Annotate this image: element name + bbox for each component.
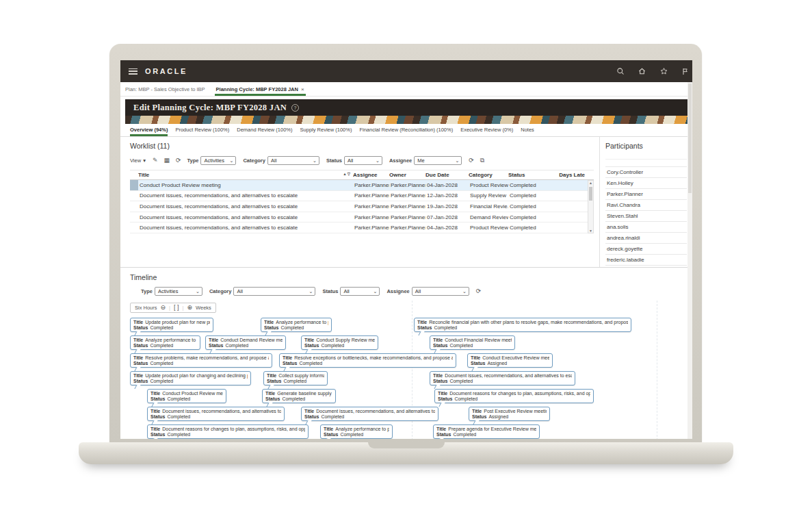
scrollbar-thumb[interactable]	[589, 187, 592, 201]
timeline-card[interactable]: TitleDocument reasons for changes to pla…	[434, 389, 594, 403]
table-row[interactable]: Document issues, recommendations, and al…	[130, 191, 594, 202]
tab-demand-review-100[interactable]: Demand Review (100%)	[237, 127, 292, 136]
participant-item[interactable]: Ravi.Chandra	[605, 200, 687, 211]
timeline-card[interactable]: TitleConduct Financial Review meetingSta…	[430, 335, 515, 350]
tab-overview-94[interactable]: Overview (94%)	[130, 127, 168, 136]
timeline-card[interactable]: TitlePost Executive Review meetingStatus…	[469, 407, 550, 421]
timeline-type-select[interactable]: Activities ⌄	[155, 287, 202, 296]
scroll-down-icon[interactable]: ▼	[589, 229, 592, 233]
card-title-value: Conduct Supply Review meeting	[316, 338, 375, 342]
participant-item[interactable]: ana.solis	[605, 222, 687, 233]
category-select[interactable]: All ⌄	[267, 156, 319, 165]
card-status-value: Completed	[283, 379, 306, 383]
timeline-card[interactable]: TitleAnalyze performance to planStatusCo…	[261, 318, 332, 332]
card-status-line: StatusCompleted	[150, 432, 305, 437]
sort-icons[interactable]: ▲▽	[343, 172, 351, 176]
help-icon[interactable]: ?	[291, 104, 299, 112]
column-header-assignee[interactable]: Assignee	[353, 172, 389, 178]
close-icon[interactable]: ×	[301, 86, 304, 92]
timeline-status-select[interactable]: All ⌄	[340, 287, 380, 296]
timeline-card[interactable]: TitleDocument issues, recommendations, a…	[147, 407, 285, 421]
column-header-due-date[interactable]: Due Date	[425, 172, 469, 178]
refresh-icon[interactable]: ⟳	[469, 157, 474, 164]
participant-item[interactable]: Cory.Controller	[605, 167, 687, 178]
view-menu-button[interactable]: View ▾	[130, 157, 146, 164]
timeline-card[interactable]: TitleReconcile financial plan with other…	[414, 318, 631, 332]
timeline-card[interactable]: TitleGenerate baseline supply planStatus…	[262, 389, 336, 403]
chevron-down-icon: ⌄	[374, 289, 378, 294]
timeline-card[interactable]: TitleConduct Demand Review meetingStatus…	[205, 335, 286, 350]
row-selector-cell[interactable]	[130, 212, 138, 223]
table-scrollbar[interactable]: ▲ ▼	[588, 180, 594, 233]
row-selector-cell[interactable]	[130, 191, 138, 201]
table-row[interactable]: Document issues, recommendations, and al…	[130, 201, 594, 212]
column-header-category[interactable]: Category	[469, 172, 508, 178]
timeline-card[interactable]: TitleAnalyze performance to planStatusCo…	[320, 424, 393, 439]
status-select[interactable]: All ⌄	[344, 156, 382, 165]
tab-financial-review-reconciliation-100[interactable]: Financial Review (Reconciliation) (100%)	[359, 127, 453, 136]
timeline-card[interactable]: TitleDocument reasons for changes to pla…	[147, 424, 309, 439]
tab-supply-review-100[interactable]: Supply Review (100%)	[300, 127, 352, 136]
participant-item[interactable]: Parker.Planner	[605, 189, 687, 200]
menu-icon[interactable]	[129, 68, 137, 75]
column-header-status[interactable]: Status	[508, 172, 554, 178]
type-select[interactable]: Activities ⌄	[200, 156, 236, 165]
timeline-card[interactable]: TitleDocument issues, recommendations, a…	[301, 407, 438, 421]
zoom-out-icon[interactable]: ⊖	[161, 305, 166, 311]
row-selector-cell[interactable]	[130, 180, 138, 190]
column-header-title[interactable]: Title▲▽	[138, 172, 353, 178]
timeline-card[interactable]: TitlePrepare agenda for Executive Review…	[433, 424, 540, 439]
timeline-category-select[interactable]: All ⌄	[233, 287, 315, 296]
row-selector-cell[interactable]	[130, 223, 138, 233]
card-title-value: Conduct Financial Review meeting	[445, 338, 512, 342]
timeline-chart: Six Hours ⊖ | [ ] | ⊕ Weeks TitleUpdate …	[120, 301, 692, 439]
column-header-days-late[interactable]: Days Late	[554, 172, 588, 178]
participant-item[interactable]: frederic.labadie	[605, 255, 687, 266]
card-title-label: Title	[304, 409, 314, 414]
timeline-assignee-select[interactable]: All ⌄	[412, 287, 469, 296]
timeline-card[interactable]: TitleAnalyze performance to planStatusCo…	[130, 335, 200, 350]
participant-item[interactable]: dereck.goyette	[605, 244, 687, 255]
timeline-card[interactable]: TitleUpdate product plan for new product…	[130, 318, 213, 332]
page-scrollbar[interactable]	[687, 82, 692, 439]
search-icon[interactable]	[616, 67, 625, 75]
detach-icon[interactable]: ⧉	[480, 157, 484, 164]
participant-item[interactable]: Steven.Stahl	[605, 211, 687, 222]
tab-product-review-100[interactable]: Product Review (100%)	[175, 127, 229, 136]
card-status-line: StatusCompleted	[133, 325, 210, 331]
manage-columns-icon[interactable]: ▦	[163, 157, 170, 164]
zoom-in-icon[interactable]: ⊕	[187, 305, 192, 311]
column-header-owner[interactable]: Owner	[389, 172, 425, 178]
timeline-card[interactable]: TitleConduct Product Review meetingStatu…	[147, 389, 226, 403]
page-scrollbar-thumb[interactable]	[688, 84, 692, 193]
table-row[interactable]: Document issues, recommendations, and al…	[130, 212, 594, 223]
table-row[interactable]: Conduct Product Review meetingParker.Pla…	[130, 180, 594, 191]
timeline-card[interactable]: TitleConduct Executive Review meetingSta…	[467, 353, 553, 368]
tab-planning-cycle[interactable]: Planning Cycle: MBP FY2028 JAN ×	[215, 82, 306, 96]
participant-item[interactable]: andrea.rinaldi	[605, 233, 687, 244]
edit-icon[interactable]: ✎	[153, 157, 158, 164]
cell-due-date: 07-Jan-2028	[425, 214, 469, 220]
timeline-card[interactable]: TitleConduct Supply Review meetingStatus…	[301, 335, 378, 350]
timeline-card[interactable]: TitleUpdate product plan for changing an…	[130, 371, 251, 385]
fit-to-window-icon[interactable]: [ ]	[174, 305, 179, 311]
star-icon[interactable]	[659, 67, 668, 75]
table-row[interactable]: Document issues, recommendations, and al…	[130, 223, 594, 233]
home-icon[interactable]	[638, 67, 646, 75]
assignee-select[interactable]: Me ⌄	[414, 156, 462, 165]
tab-notes[interactable]: Notes	[521, 127, 534, 136]
refresh-icon[interactable]: ⟳	[176, 157, 181, 164]
timeline-card[interactable]: TitleCollect supply informationStatusCom…	[263, 371, 328, 385]
timeline-card[interactable]: TitleResolve problems, make recommendati…	[130, 353, 272, 368]
scroll-up-icon[interactable]: ▲	[589, 181, 592, 185]
participant-item[interactable]: Ken.Holley	[605, 178, 687, 189]
timeline-card[interactable]: TitleDocument issues, recommendations, a…	[430, 371, 575, 385]
tab-plan[interactable]: Plan: MBP - Sales Objective to IBP	[125, 86, 205, 92]
refresh-icon[interactable]: ⟳	[476, 288, 482, 294]
tab-executive-review-0[interactable]: Executive Review (0%)	[460, 127, 513, 136]
row-selector-cell[interactable]	[130, 201, 138, 212]
timeline-card[interactable]: TitleResolve exceptions or bottlenecks, …	[279, 353, 456, 368]
oracle-logo: ORACLE	[145, 67, 187, 75]
flag-icon[interactable]	[681, 67, 690, 76]
cell-assignee: Parker.Planner	[353, 203, 389, 209]
